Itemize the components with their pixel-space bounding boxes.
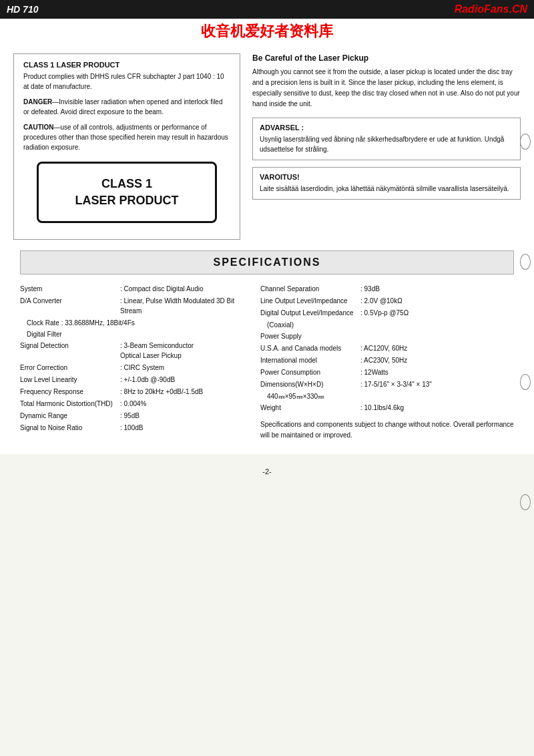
spec-value-freq: : 8Hz to 20kHz +0dB/-1.5dB: [120, 387, 247, 397]
spec-row-power-cons: Power Consumption : 12Watts: [260, 367, 514, 377]
spec-row-intl: International model : AC230V, 50Hz: [260, 355, 514, 365]
laser-body-text: Product complies with DHHS rules CFR sub…: [23, 71, 230, 91]
laser-product-box: CLASS 1 LASER PRODUCT Product complies w…: [13, 53, 240, 240]
spec-value-snr: : 100dB: [120, 423, 247, 433]
spec-row-digital-out: Digital Output Level/Impedance : 0.5Vp-p…: [260, 308, 514, 318]
spec-label-da: D/A Converter: [20, 296, 120, 316]
specs-note: Specifications and components subject to…: [260, 419, 514, 441]
spec-clock-rate: Clock Rate : 33.8688MHz, 18Bit/4Fs: [20, 318, 247, 328]
be-careful-body: Although you cannot see it from the outs…: [252, 67, 521, 110]
class1-line2: LASER PRODUCT: [45, 192, 208, 209]
right-col: Be Careful of the Laser Pickup Although …: [252, 53, 521, 240]
danger-text: —Invisible laser radiation when opened a…: [23, 98, 223, 116]
laser-product-title: CLASS 1 LASER PRODUCT: [23, 61, 230, 69]
specs-columns: System : Compact disc Digital Audio D/A …: [20, 284, 514, 441]
laser-caution-text: CAUTION—use of all controls, adjustments…: [23, 122, 230, 152]
spec-row-dynamic: Dynamic Range : 95dB: [20, 411, 247, 421]
varoitus-title: VAROITUS!: [260, 173, 513, 181]
spec-label-power-supply: Power Supply: [260, 331, 360, 341]
spec-row-thd: Total Harmonic Distortion(THD) : 0.004%: [20, 399, 247, 409]
spec-label-system: System: [20, 284, 120, 294]
be-careful-title: Be Careful of the Laser Pickup: [252, 53, 521, 63]
spec-label-weight: Weight: [260, 403, 360, 413]
spec-value-signal: : 3-Beam SemiconductorOptical Laser Pick…: [120, 341, 247, 361]
upper-section: CLASS 1 LASER PRODUCT Product complies w…: [13, 53, 521, 240]
side-decoration-4: [520, 494, 531, 510]
page-number: -2-: [0, 467, 534, 482]
class1-line1: CLASS 1: [45, 176, 208, 192]
subtitle-bar: 收音机爱好者资料库: [0, 19, 534, 45]
spec-label-snr: Signal to Noise Ratio: [20, 423, 120, 433]
side-decoration-1: [520, 134, 531, 150]
specs-right-col: Channel Separation : 93dB Line Output Le…: [260, 284, 514, 441]
spec-digital-filter: Digital Filter: [20, 329, 247, 339]
spec-value-system: : Compact disc Digital Audio: [120, 284, 247, 294]
danger-label: DANGER: [23, 98, 52, 106]
laser-danger-text: DANGER—Invisible laser radiation when op…: [23, 97, 230, 117]
caution-label: CAUTION: [23, 124, 54, 131]
spec-value-error: : CIRC System: [120, 363, 247, 373]
spec-value-da: : Linear, Pulse Width Modulated 3D Bit S…: [120, 296, 247, 316]
spec-label-freq: Frequency Response: [20, 387, 120, 397]
specifications-header: SPECIFICATIONS: [20, 250, 514, 274]
spec-row-power-supply: Power Supply: [260, 331, 514, 341]
spec-row-error: Error Correction : CIRC System: [20, 363, 247, 373]
spec-value-dynamic: : 95dB: [120, 411, 247, 421]
spec-value-thd: : 0.004%: [120, 399, 247, 409]
advarsel-title: ADVARSEL :: [260, 124, 513, 132]
spec-row-snr: Signal to Noise Ratio : 100dB: [20, 423, 247, 433]
spec-value-power-supply: [360, 331, 514, 341]
site-name: RadioFans.CN: [455, 3, 527, 15]
caution-text: —use of all controls, adjustments or per…: [23, 124, 228, 151]
spec-label-error: Error Correction: [20, 363, 120, 373]
varoitus-box: VAROITUS! Laite sisältää laserdiodin, jo…: [252, 167, 521, 200]
spec-value-intl: : AC230V, 50Hz: [360, 355, 514, 365]
model-label: HD 710: [7, 4, 38, 15]
spec-value-digital-out: : 0.5Vp-p @75Ω: [360, 308, 514, 318]
spec-row-dimensions: Dimensions(W×H×D) : 17-5/16" × 3-3/4" × …: [260, 379, 514, 389]
side-decoration-2: [520, 254, 531, 270]
spec-value-linearity: : +/-1.0db @-90dB: [120, 375, 247, 385]
spec-row-channel: Channel Separation : 93dB: [260, 284, 514, 294]
spec-row-linearity: Low Level Linearity : +/-1.0db @-90dB: [20, 375, 247, 385]
spec-value-line-out: : 2.0V @10kΩ: [360, 296, 514, 306]
varoitus-body: Laite sisältää laserdiodin, joka lähettä…: [260, 184, 513, 194]
spec-label-power-cons: Power Consumption: [260, 367, 360, 377]
spec-label-digital-out: Digital Output Level/Impedance: [260, 308, 360, 318]
advarsel-box: ADVARSEL : Usynlig laserstråling ved åbn…: [252, 118, 521, 160]
advarsel-body: Usynlig laserstråling ved åbning når sik…: [260, 134, 513, 154]
header: HD 710 RadioFans.CN: [0, 0, 534, 19]
spec-row-line-out: Line Output Level/Impedance : 2.0V @10kΩ: [260, 296, 514, 306]
class1-laser-box: CLASS 1 LASER PRODUCT: [37, 162, 217, 223]
spec-coaxial: (Coaxial): [260, 320, 514, 330]
spec-row-da: D/A Converter : Linear, Pulse Width Modu…: [20, 296, 247, 316]
spec-label-line-out: Line Output Level/Impedance: [260, 296, 360, 306]
specifications-section: SPECIFICATIONS System : Compact disc Dig…: [20, 250, 514, 441]
spec-row-signal: Signal Detection : 3-Beam SemiconductorO…: [20, 341, 247, 361]
spec-value-dimensions: : 17-5/16" × 3-3/4" × 13": [360, 379, 514, 389]
spec-label-channel: Channel Separation: [260, 284, 360, 294]
spec-label-linearity: Low Level Linearity: [20, 375, 120, 385]
spec-value-usa: : AC120V, 60Hz: [360, 343, 514, 353]
spec-label-thd: Total Harmonic Distortion(THD): [20, 399, 120, 409]
spec-row-weight: Weight : 10.1lbs/4.6kg: [260, 403, 514, 413]
spec-row-system: System : Compact disc Digital Audio: [20, 284, 247, 294]
spec-label-dynamic: Dynamic Range: [20, 411, 120, 421]
spec-label-usa: U.S.A. and Canada models: [260, 343, 360, 353]
spec-label-dimensions: Dimensions(W×H×D): [260, 379, 360, 389]
side-decoration-3: [520, 374, 531, 390]
main-content: CLASS 1 LASER PRODUCT Product complies w…: [0, 45, 534, 454]
spec-row-usa: U.S.A. and Canada models : AC120V, 60Hz: [260, 343, 514, 353]
spec-value-channel: : 93dB: [360, 284, 514, 294]
spec-label-intl: International model: [260, 355, 360, 365]
spec-dimensions-mm: 440㎜×95㎜×330㎜: [260, 391, 514, 401]
spec-row-freq: Frequency Response : 8Hz to 20kHz +0dB/-…: [20, 387, 247, 397]
spec-label-signal: Signal Detection: [20, 341, 120, 361]
specs-left-col: System : Compact disc Digital Audio D/A …: [20, 284, 247, 441]
spec-value-weight: : 10.1lbs/4.6kg: [360, 403, 514, 413]
subtitle-cn: 收音机爱好者资料库: [201, 23, 333, 39]
spec-value-power-cons: : 12Watts: [360, 367, 514, 377]
